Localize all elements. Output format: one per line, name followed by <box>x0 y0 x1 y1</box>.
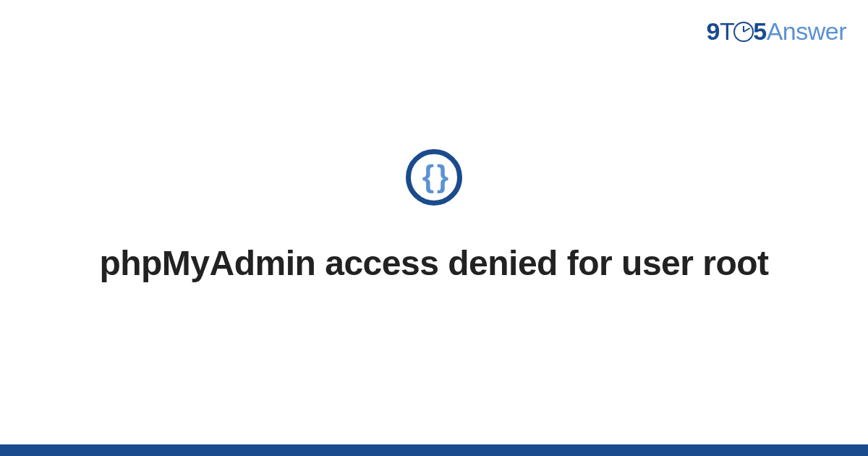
main-content: { } phpMyAdmin access denied for user ro… <box>0 149 868 285</box>
brand-answer: Answer <box>767 17 846 45</box>
clock-icon <box>733 22 754 42</box>
brand-nine: 9 <box>707 17 720 45</box>
category-icon-circle: { } <box>406 149 462 206</box>
page-title: phpMyAdmin access denied for user root <box>43 242 825 285</box>
brand-t: T <box>720 17 734 45</box>
brand-five: 5 <box>753 17 766 45</box>
brand-logo: 9T5Answer <box>707 17 847 46</box>
code-braces-icon: { } <box>422 161 446 192</box>
bottom-accent-bar <box>0 444 868 456</box>
